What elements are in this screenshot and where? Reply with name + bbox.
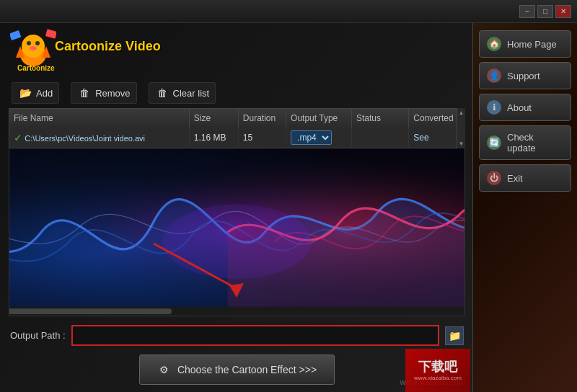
col-status: Status [351, 109, 408, 128]
sidebar-support-button[interactable]: 👤 Support [479, 62, 571, 89]
scroll-down-arrow[interactable]: ▼ [459, 141, 464, 147]
clear-icon: 🗑 [155, 86, 169, 100]
output-path-input[interactable] [71, 325, 439, 346]
col-duration: Duration [238, 109, 286, 128]
add-button[interactable]: 📂 Add [12, 82, 59, 104]
cartoon-effect-button[interactable]: ⚙ Choose the Cartoon Effect >>> [139, 355, 335, 385]
file-table: File Name Size Duration Output Type Stat… [9, 108, 465, 148]
minimize-button[interactable]: − [519, 5, 535, 18]
update-label: Check update [507, 132, 563, 153]
title-bar: − □ ✕ [0, 0, 577, 23]
svg-rect-17 [9, 308, 172, 314]
sidebar-exit-button[interactable]: ⏻ Exit [479, 164, 571, 192]
folder-icon: 📁 [449, 330, 461, 342]
table-row[interactable]: ✓ C:\Users\pc\Videos\Joint video.avi 1.1… [9, 128, 465, 148]
logo-area: Cartoonize Video Cartoonize Video [10, 26, 161, 72]
cell-size: 1.16 MB [189, 128, 238, 148]
watermark-logo: 下载吧 www.xiazaiba.com [405, 349, 470, 392]
cell-check: ✓ C:\Users\pc\Videos\Joint video.avi [9, 128, 190, 148]
remove-icon: 🗑 [77, 86, 92, 100]
cell-duration: 15 [238, 128, 286, 148]
update-icon: 🔄 [487, 135, 501, 150]
output-path-label: Output Path : [10, 330, 66, 341]
clear-list-button[interactable]: 🗑 Clear list [149, 82, 216, 104]
output-path-row: Output Path : 📁 [9, 322, 465, 349]
close-button[interactable]: ✕ [555, 5, 571, 18]
svg-rect-9 [10, 30, 21, 40]
cell-filename: C:\Users\pc\Videos\Joint video.avi [25, 134, 145, 143]
app-logo: Cartoonize Video [10, 26, 56, 72]
home-icon: 🏠 [487, 37, 501, 51]
right-sidebar: 🏠 Home Page 👤 Support ℹ About 🔄 Check up… [472, 23, 577, 392]
remove-button[interactable]: 🗑 Remove [71, 82, 136, 104]
main-container: Cartoonize Video Cartoonize Video 📂 Add … [0, 23, 577, 392]
exit-label: Exit [507, 173, 523, 184]
bottom-button-row: ⚙ Choose the Cartoon Effect >>> [9, 355, 465, 385]
support-icon: 👤 [487, 68, 501, 83]
sidebar-about-button[interactable]: ℹ About [479, 94, 571, 121]
cell-output-type: .mp4 .avi .mkv [286, 128, 352, 148]
visualization-area [9, 148, 465, 317]
col-filename: File Name [9, 109, 190, 128]
col-output-type: Output Type [286, 109, 352, 128]
svg-rect-10 [45, 29, 56, 38]
sidebar-home-button[interactable]: 🏠 Home Page [479, 30, 571, 58]
svg-point-6 [30, 46, 37, 50]
app-title: Cartoonize Video [55, 39, 161, 54]
exit-icon: ⏻ [487, 171, 501, 185]
about-label: About [507, 102, 532, 113]
about-icon: ℹ [487, 100, 501, 115]
support-label: Support [507, 71, 540, 81]
cell-status [351, 128, 408, 148]
svg-point-15 [162, 204, 312, 278]
svg-point-4 [27, 41, 31, 45]
toolbar: 📂 Add 🗑 Remove 🗑 Clear list [9, 82, 465, 104]
gear-icon: ⚙ [157, 362, 172, 377]
browse-folder-button[interactable]: 📁 [445, 326, 464, 345]
output-type-select[interactable]: .mp4 .avi .mkv [291, 130, 332, 145]
waveform-svg [9, 148, 464, 316]
home-label: Home Page [507, 39, 557, 50]
maximize-button[interactable]: □ [537, 5, 553, 18]
col-size: Size [189, 109, 238, 128]
sidebar-update-button[interactable]: 🔄 Check update [479, 125, 571, 160]
file-table-wrapper: File Name Size Duration Output Type Stat… [9, 108, 465, 148]
scroll-up-arrow[interactable]: ▲ [459, 110, 464, 116]
content-panel: Cartoonize Video Cartoonize Video 📂 Add … [0, 23, 472, 392]
svg-point-5 [35, 41, 40, 45]
add-icon: 📂 [18, 86, 32, 100]
svg-text:Cartoonize: Cartoonize [17, 64, 55, 72]
